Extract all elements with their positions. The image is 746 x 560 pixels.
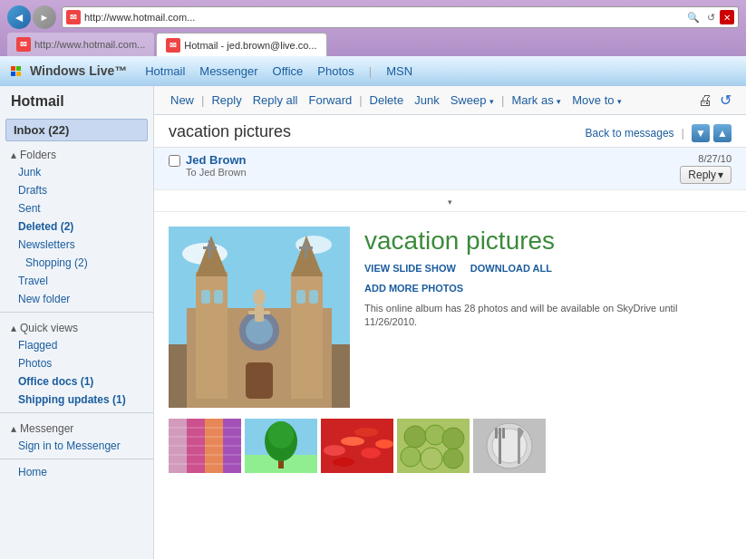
svg-rect-14 [246,362,273,399]
nav-photos[interactable]: Photos [317,64,354,78]
move-to-arrow: ▾ [617,97,622,106]
sidebar-item-sign-in-messenger[interactable]: Sign in to Messenger [0,437,153,455]
view-slideshow-link[interactable]: VIEW SLIDE SHOW [364,263,456,274]
thumbnail-row [169,419,731,473]
address-text: http://www.hotmail.com... [84,12,681,23]
nav-msn[interactable]: MSN [386,64,412,78]
sidebar-divider-2 [0,412,153,413]
album-title: vacation pictures [364,227,731,256]
mark-as-button[interactable]: Mark as ▾ [506,92,567,109]
sidebar-item-office-docs[interactable]: Office docs (1) [0,372,153,391]
svg-point-45 [404,426,426,448]
winlive-bar: Windows Live™ Hotmail Messenger Office P… [0,56,746,86]
tab-inactive[interactable]: ✉ http://www.hotmail.com... [7,33,154,56]
svg-point-41 [375,439,393,449]
thumbnail-5[interactable] [473,419,546,473]
sidebar-item-drafts[interactable]: Drafts [0,181,153,199]
junk-button[interactable]: Junk [409,92,444,109]
browser-titlebar: ◄ ► ✉ http://www.hotmail.com... 🔍 ↺ ✕ [7,5,739,29]
reply-button[interactable]: Reply [206,92,247,109]
refresh-button[interactable]: ↺ [716,90,735,111]
sidebar-item-newsletters[interactable]: Newsletters [0,236,153,254]
winlive-logo: Windows Live™ [11,63,127,78]
thumb-fabric-icon [169,419,241,473]
svg-point-48 [401,447,421,467]
svg-point-40 [361,448,381,459]
site-favicon: ✉ [66,10,81,24]
message-sender-info: Jed Brown To Jed Brown [186,153,247,178]
sidebar-item-junk[interactable]: Junk [0,163,153,181]
sidebar-inbox[interactable]: Inbox (22) [5,119,148,141]
back-button[interactable]: ◄ [7,5,31,29]
svg-point-19 [253,289,266,305]
album-actions: VIEW SLIDE SHOW DOWNLOAD ALL [364,263,731,274]
message-item-left: Jed Brown To Jed Brown [169,153,680,178]
new-button[interactable]: New [165,92,199,109]
sweep-button[interactable]: Sweep ▾ [445,92,499,109]
svg-point-38 [324,445,345,456]
next-message-button[interactable]: ▲ [713,124,731,142]
thumbnail-1[interactable] [169,419,241,473]
nav-buttons: ◄ ► [7,5,56,29]
messenger-collapse-icon: ▴ [11,422,16,435]
nav-messenger[interactable]: Messenger [199,64,257,78]
search-button[interactable]: 🔍 [684,10,702,24]
sidebar-divider-1 [0,312,153,313]
svg-rect-54 [499,428,501,464]
thumbnail-4[interactable] [397,419,470,473]
sidebar-item-flagged[interactable]: Flagged [0,336,153,354]
sidebar: Hotmail Inbox (22) ▴ Folders Junk Drafts… [0,86,154,559]
svg-point-46 [425,425,445,445]
sidebar-item-new-folder[interactable]: New folder [0,290,153,308]
message-reply-button[interactable]: Reply ▾ [680,166,731,184]
reply-all-button[interactable]: Reply all [247,92,304,109]
sidebar-item-shipping[interactable]: Shipping updates (1) [0,391,153,409]
sidebar-title: Hotmail [0,86,153,117]
address-bar[interactable]: ✉ http://www.hotmail.com... 🔍 ↺ ✕ [62,6,739,28]
message-checkbox[interactable] [169,155,180,167]
expand-section: ▾ [154,190,746,212]
thumbnail-3[interactable] [321,419,393,473]
message-sender: Jed Brown [186,153,247,167]
toolbar-sep-2: | [357,93,363,107]
message-date: 8/27/10 [698,153,731,164]
prev-message-button[interactable]: ▼ [692,124,710,142]
sidebar-item-home[interactable]: Home [0,463,153,481]
expand-arrow-icon[interactable]: ▾ [448,198,452,207]
move-to-button[interactable]: Move to ▾ [567,92,627,109]
email-body-inner: vacation pictures VIEW SLIDE SHOW DOWNLO… [154,212,746,488]
address-controls: 🔍 ↺ ✕ [684,10,734,24]
sidebar-item-travel[interactable]: Travel [0,272,153,290]
delete-button[interactable]: Delete [364,92,410,109]
tab-active[interactable]: ✉ Hotmail - jed.brown@live.co... [156,33,326,56]
sweep-arrow: ▾ [489,97,494,106]
back-to-messages-link[interactable]: Back to messages [586,127,674,140]
nav-hotmail[interactable]: Hotmail [145,64,185,78]
reload-button[interactable]: ↺ [704,10,718,24]
messenger-label: Messenger [20,422,73,435]
sidebar-item-deleted[interactable]: Deleted (2) [0,217,153,236]
nav-office[interactable]: Office [273,64,304,78]
winlive-nav: Hotmail Messenger Office Photos | MSN [145,64,412,78]
main-photo [169,227,350,408]
mark-as-arrow: ▾ [557,97,561,106]
thumbnail-2[interactable] [245,419,317,473]
message-nav-arrows: ▼ ▲ [692,124,731,142]
email-subject: vacation pictures [169,122,291,141]
svg-rect-15 [201,290,210,304]
add-more-photos-link[interactable]: ADD MORE PHOTOS [364,283,463,294]
thumb-tree-icon [245,419,317,473]
sidebar-item-shopping[interactable]: Shopping (2) [0,254,153,272]
forward-button[interactable]: ► [33,5,56,29]
sidebar-item-photos[interactable]: Photos [0,354,153,372]
tab-active-favicon: ✉ [166,38,180,53]
sidebar-item-sent[interactable]: Sent [0,199,153,217]
svg-point-50 [443,449,463,468]
stop-button[interactable]: ✕ [720,10,734,24]
forward-button[interactable]: Forward [304,92,358,109]
download-all-link[interactable]: DOWNLOAD ALL [470,263,552,274]
svg-rect-21 [248,311,270,314]
print-button[interactable]: 🖨 [694,91,716,111]
svg-rect-11 [299,246,313,249]
nav-separator: | [369,64,372,78]
